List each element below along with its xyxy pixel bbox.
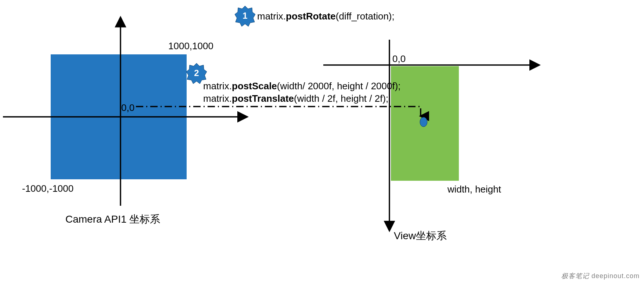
left-top-right-label: 1000,1000 <box>168 40 213 52</box>
step2-l2-suffix: (width / 2f, height / 2f); <box>294 93 388 104</box>
step1-bold: postRotate <box>286 11 336 22</box>
right-title: View坐标系 <box>394 229 447 243</box>
coordinate-diagram <box>0 0 644 284</box>
step2-l2-prefix: matrix. <box>203 93 232 104</box>
step2-l1-prefix: matrix. <box>203 80 232 91</box>
right-origin-label: 0,0 <box>392 53 406 65</box>
step-2-text: matrix.postScale(width/ 2000f, height / … <box>203 80 401 105</box>
left-title: Camera API1 坐标系 <box>65 212 160 226</box>
step1-suffix: (diff_rotation); <box>336 11 395 22</box>
left-bottom-left-label: -1000,-1000 <box>22 183 73 194</box>
step-1-text: matrix.postRotate(diff_rotation); <box>257 10 395 23</box>
step2-l1-suffix: (width/ 2000f, height / 2000f); <box>277 80 401 91</box>
step-2-number: 2 <box>194 68 199 78</box>
watermark-brand: 极客笔记 <box>561 272 589 280</box>
left-origin-label: 0,0 <box>121 102 134 114</box>
step1-prefix: matrix. <box>257 11 286 22</box>
right-bottom-right-label: width, height <box>447 184 501 195</box>
mapped-point <box>420 117 427 127</box>
step-1-badge: 1 <box>235 6 255 26</box>
watermark-site: deepinout.com <box>591 272 640 280</box>
step2-l1-bold: postScale <box>232 80 277 91</box>
step2-l2-bold: postTranslate <box>232 93 294 104</box>
watermark: 极客笔记 deepinout.com <box>561 272 640 280</box>
step-1-number: 1 <box>242 11 247 21</box>
